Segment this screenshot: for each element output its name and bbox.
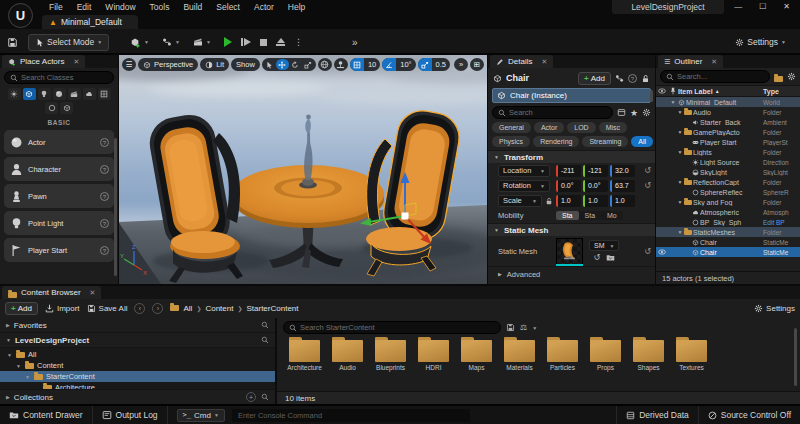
world-space-toggle[interactable] xyxy=(318,58,332,71)
tree-item-startercontent[interactable]: ▼ StarterContent xyxy=(0,371,275,382)
import-button[interactable]: Import xyxy=(45,304,80,313)
outliner-row[interactable]: ▼ StaticMeshes Folder xyxy=(656,227,800,237)
filter-chip-misc[interactable]: Misc xyxy=(599,122,627,133)
cinematics-button[interactable]: ▼ xyxy=(191,34,213,51)
blueprint-icon[interactable] xyxy=(615,74,624,83)
category-icon-7[interactable] xyxy=(45,102,58,114)
menu-file[interactable]: File xyxy=(42,2,70,12)
visibility-icon[interactable] xyxy=(656,248,667,256)
static-mesh-section-header[interactable]: ▼Static Mesh xyxy=(488,223,655,236)
place-actor-item[interactable]: Pawn ? xyxy=(4,184,114,208)
favorites-icon[interactable]: ★ xyxy=(630,108,638,118)
breadcrumb-all[interactable]: All xyxy=(183,304,192,313)
content-drawer-button[interactable]: Content Drawer xyxy=(0,406,92,424)
outliner-row[interactable]: Chair StaticMe xyxy=(656,247,800,257)
frame-skip-button[interactable] xyxy=(241,38,251,46)
output-log-button[interactable]: Output Log xyxy=(92,406,167,424)
tree-item-architecture[interactable]: Architecture xyxy=(0,382,275,389)
menu-tools[interactable]: Tools xyxy=(143,2,177,12)
favorites-row[interactable]: ▶Favorites xyxy=(0,318,275,333)
menu-help[interactable]: Help xyxy=(281,2,312,12)
derived-data-button[interactable]: Derived Data xyxy=(616,406,698,424)
folder-tile-props[interactable]: Props xyxy=(584,337,627,371)
lit-dropdown[interactable]: Lit xyxy=(200,58,229,71)
location-x[interactable]: -211 xyxy=(556,165,581,177)
details-search-input[interactable]: Search xyxy=(492,106,613,119)
menu-select[interactable]: Select xyxy=(209,2,247,12)
location-y[interactable]: -121 xyxy=(583,165,608,177)
stop-button[interactable] xyxy=(260,39,267,46)
show-dropdown[interactable]: Show xyxy=(231,58,260,71)
filter-icon[interactable]: ⚖ xyxy=(520,323,527,332)
close-icon[interactable]: ✕ xyxy=(90,289,96,297)
outliner-search-input[interactable]: Search... xyxy=(660,70,770,83)
outliner-settings-icon[interactable] xyxy=(787,72,796,81)
forward-icon[interactable]: › xyxy=(152,303,163,314)
level-tab[interactable]: ▲ Minimal_Default xyxy=(42,15,138,29)
outliner-row[interactable]: Player Start PlayerSt xyxy=(656,137,800,147)
menu-edit[interactable]: Edit xyxy=(70,2,99,12)
breadcrumb-content[interactable]: Content xyxy=(205,304,233,313)
details-tab[interactable]: Details ✕ xyxy=(490,55,553,68)
filter-chip-actor[interactable]: Actor xyxy=(534,122,564,133)
folder-tile-particles[interactable]: Particles xyxy=(541,337,584,371)
grid-snap[interactable]: 10 xyxy=(350,58,380,71)
folder-tile-materials[interactable]: Materials xyxy=(498,337,541,371)
pin-column-icon[interactable] xyxy=(667,87,678,95)
3d-scene[interactable]: Z Y X xyxy=(119,55,487,284)
filter-chip-streaming[interactable]: Streaming xyxy=(582,136,628,147)
outliner-row[interactable]: ▼ Minimal_Default World xyxy=(656,97,800,107)
maximize-viewport[interactable]: ⊞ xyxy=(470,58,484,71)
mobility-option-1[interactable]: Sta xyxy=(579,211,602,220)
minimize-button[interactable]: — xyxy=(734,2,742,11)
menu-actor[interactable]: Actor xyxy=(247,2,281,12)
menu-build[interactable]: Build xyxy=(176,2,209,12)
folder-tile-audio[interactable]: Audio xyxy=(326,337,369,371)
outliner-row[interactable]: Starter_Back Ambient xyxy=(656,117,800,127)
save-level-button[interactable] xyxy=(7,33,18,51)
category-icon-5[interactable] xyxy=(83,88,96,100)
select-mode-dropdown[interactable]: Select Mode ▼ xyxy=(28,34,109,51)
scale-y[interactable]: 1.0 xyxy=(583,195,608,207)
unreal-logo-icon[interactable]: U xyxy=(8,3,33,28)
cmd-dropdown[interactable]: >_Cmd▼ Enter Console Command xyxy=(167,406,472,424)
folder-tile-textures[interactable]: Textures xyxy=(670,337,713,371)
outliner-row[interactable]: ▼ ReflectionCapt Folder xyxy=(656,177,800,187)
tree-item-content[interactable]: ▼ Content xyxy=(0,360,275,371)
rotation-x[interactable]: 0.0° xyxy=(556,180,581,192)
outliner-tab[interactable]: ☰ Outliner ✕ xyxy=(658,55,723,68)
outliner-row[interactable]: SkyLight SkyLight xyxy=(656,167,800,177)
toolbar-overflow-button[interactable]: » xyxy=(352,37,358,48)
place-actor-item[interactable]: Actor ? xyxy=(4,130,114,154)
outliner-row[interactable]: SphereReflec SphereR xyxy=(656,187,800,197)
surface-snap-toggle[interactable] xyxy=(334,58,348,71)
rotation-snap[interactable]: 10° xyxy=(382,58,415,71)
close-button[interactable]: ✕ xyxy=(783,2,790,11)
create-folder-icon[interactable] xyxy=(774,68,783,86)
scale-dropdown[interactable]: Scale▼ xyxy=(498,195,542,207)
reset-location-icon[interactable]: ↺ xyxy=(644,166,651,175)
place-actors-scrollbar[interactable] xyxy=(114,138,117,276)
sm-dropdown[interactable]: SM▼ xyxy=(589,240,619,251)
type-column[interactable]: Type xyxy=(763,88,800,95)
filter-chip-physics[interactable]: Physics xyxy=(492,136,530,147)
mobility-option-2[interactable]: Mo xyxy=(601,211,623,220)
eject-button[interactable] xyxy=(276,38,285,46)
collections-row[interactable]: ▶Collections+ xyxy=(0,389,275,404)
reset-rotation-icon[interactable]: ↺ xyxy=(644,181,651,190)
close-icon[interactable]: ✕ xyxy=(541,58,547,66)
rotate-tool[interactable] xyxy=(289,59,302,70)
cb-scrollbar[interactable] xyxy=(794,328,797,386)
back-icon[interactable]: ‹ xyxy=(134,303,145,314)
scale-x[interactable]: 1.0 xyxy=(556,195,581,207)
perspective-dropdown[interactable]: Perspective xyxy=(138,58,198,71)
advanced-row[interactable]: ▶ Advanced xyxy=(488,266,655,281)
scale-snap[interactable]: 0.5 xyxy=(418,58,450,71)
place-actors-tab[interactable]: Place Actors ✕ xyxy=(2,55,85,68)
cb-settings-button[interactable]: Settings xyxy=(754,304,795,313)
scale-tool[interactable] xyxy=(302,59,315,70)
reset-mesh-icon[interactable]: ↺ xyxy=(644,247,651,256)
folder-tile-blueprints[interactable]: Blueprints xyxy=(369,337,412,371)
scale-z[interactable]: 1.0 xyxy=(610,195,635,207)
category-icon-3[interactable] xyxy=(53,88,66,100)
